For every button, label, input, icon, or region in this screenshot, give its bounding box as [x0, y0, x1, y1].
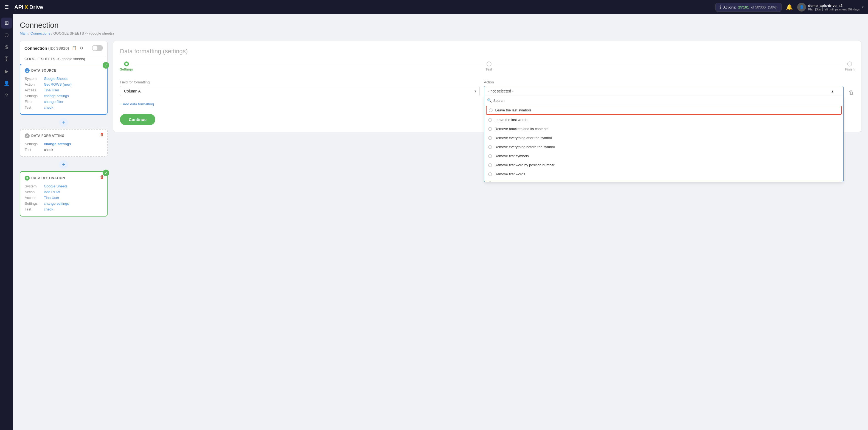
action-group: Action - not selected - ▴ 🔍	[484, 80, 844, 96]
toggle-switch[interactable]	[92, 45, 103, 51]
table-row: Access Tina User	[25, 195, 103, 201]
action-dropdown-container: - not selected - ▴ 🔍 Leave	[484, 86, 844, 96]
radio-icon	[488, 145, 492, 149]
radio-icon	[488, 163, 492, 167]
content-layout: Connection (ID: 38910) 📋 ⚙ GOOGLE SHEETS…	[20, 41, 861, 220]
table-row: Settings change settings	[25, 201, 103, 206]
sidebar-item-billing[interactable]: $	[1, 42, 12, 53]
logo: APIXDrive	[14, 4, 43, 10]
dropdown-item-remove-last-symbols[interactable]: Remove last symbols	[484, 179, 844, 182]
radio-icon	[488, 118, 492, 122]
delete-row-button[interactable]: 🗑	[848, 89, 855, 96]
dropdown-item-leave-last-symbols[interactable]: Leave the last symbols	[486, 106, 842, 115]
search-input[interactable]	[493, 98, 841, 103]
table-row: Filter change filter	[25, 99, 103, 104]
sidebar-item-profile[interactable]: 👤	[1, 78, 12, 89]
check-icon: ✓	[103, 62, 109, 69]
step-line-2	[494, 64, 842, 64]
radio-icon	[488, 172, 492, 176]
table-row: System Google Sheets	[25, 183, 103, 189]
table-row: Access Tina User	[25, 87, 103, 93]
chevron-down-icon[interactable]: ▾	[862, 5, 864, 9]
panel-title: Data formatting (settings)	[120, 48, 855, 55]
step-test: Test	[486, 61, 492, 71]
step-line-1	[135, 64, 483, 64]
add-between-2-3-button[interactable]: +	[59, 160, 68, 169]
right-panel: Data formatting (settings) Settings Test…	[113, 41, 861, 132]
dropdown-item-remove-first-word-by-position[interactable]: Remove first word by position number	[484, 160, 844, 170]
dropdown-search: 🔍	[484, 96, 844, 105]
connection-title: Connection (ID: 38910)	[24, 46, 69, 51]
field-label: Field for formatting	[120, 80, 480, 84]
user-name: demo_apix-drive_s2	[808, 4, 860, 8]
action-dropdown-panel: 🔍 Leave the last symbols Le	[484, 96, 844, 182]
radio-icon	[488, 154, 492, 158]
sidebar-item-connections[interactable]: ⬡	[1, 30, 12, 41]
connection-header: Connection (ID: 38910) 📋 ⚙	[20, 41, 107, 55]
step-settings: Settings	[120, 61, 133, 71]
table-row: Test check	[25, 147, 103, 153]
step-settings-label: Settings	[120, 67, 133, 71]
table-row: Action Get ROWS (new)	[25, 82, 103, 87]
table-row: System Google Sheets	[25, 76, 103, 82]
table-row: Settings change settings	[25, 141, 103, 147]
table-row: Action Add ROW	[25, 189, 103, 195]
field-for-formatting-group: Field for formatting Column A	[120, 80, 480, 96]
hamburger-icon[interactable]: ☰	[4, 4, 9, 10]
formatting-settings-link[interactable]: change settings	[44, 142, 71, 146]
step-finish-label: Finish	[845, 67, 855, 71]
notifications-button[interactable]: 🔔	[786, 4, 793, 10]
dropdown-item-remove-brackets[interactable]: Remove brackets and its contents	[484, 124, 844, 133]
add-formatting-link[interactable]: + Add data formatting	[120, 102, 154, 106]
settings-button[interactable]: ⚙	[79, 45, 84, 51]
left-panel: Connection (ID: 38910) 📋 ⚙ GOOGLE SHEETS…	[20, 41, 107, 220]
step-test-circle	[487, 61, 492, 66]
sidebar: ⊞ ⬡ $ 🗄 ▶ 👤 ?	[0, 14, 13, 430]
dropdown-item-remove-before-symbol[interactable]: Remove everything before the symbol	[484, 143, 844, 151]
dropdown-item-remove-after-symbol[interactable]: Remove everything after the symbol	[484, 133, 844, 143]
action-select[interactable]: - not selected - ▴	[484, 86, 844, 96]
main-content: Connection Main / Connections / GOOGLE S…	[13, 14, 868, 430]
actions-badge: ℹ Actions: 25'161 of 50'000 (50%)	[715, 3, 781, 12]
info-icon: ℹ	[719, 5, 721, 10]
field-select[interactable]: Column A	[120, 86, 480, 96]
breadcrumb-connections[interactable]: Connections	[30, 31, 50, 35]
table-row: Settings change settings	[25, 93, 103, 99]
delete-formatting-button[interactable]: 🗑	[100, 132, 104, 137]
delete-destination-button[interactable]: 🗑	[100, 175, 104, 180]
table-row: Test check	[25, 206, 103, 212]
sidebar-item-video[interactable]: ▶	[1, 66, 12, 77]
form-row: Field for formatting Column A Action - n…	[120, 80, 855, 96]
user-icon: 👤	[799, 5, 804, 9]
sidebar-item-help[interactable]: ?	[1, 90, 12, 101]
add-between-1-2-button[interactable]: +	[59, 118, 68, 127]
user-section: 👤 demo_apix-drive_s2 Plan |Start| left u…	[797, 3, 864, 11]
step-finish-circle	[847, 61, 852, 66]
dropdown-item-remove-first-words[interactable]: Remove first words	[484, 170, 844, 179]
data-source-card: ✓ 1 DATA SOURCE System Google Sheets Act…	[20, 64, 107, 115]
radio-icon	[488, 127, 492, 131]
dropdown-list: Leave the last symbols Leave the last wo…	[484, 105, 844, 182]
topnav: ☰ APIXDrive ℹ Actions: 25'161 of 50'000 …	[0, 0, 868, 14]
radio-icon	[488, 136, 492, 140]
dropdown-item-leave-last-words[interactable]: Leave the last words	[484, 115, 844, 124]
step-test-label: Test	[486, 67, 492, 71]
data-destination-card: ✓ 🗑 3 DATA DESTINATION System Google She…	[20, 171, 107, 216]
search-icon: 🔍	[487, 98, 492, 103]
breadcrumb-main[interactable]: Main	[20, 31, 27, 35]
sidebar-item-home[interactable]: ⊞	[1, 18, 12, 29]
chevron-up-icon: ▴	[832, 89, 833, 93]
connection-subtitle: GOOGLE SHEETS -> (google sheets)	[20, 55, 107, 64]
field-select-wrapper: Column A	[120, 86, 480, 96]
stepper: Settings Test Finish	[120, 61, 855, 71]
action-label: Action	[484, 80, 844, 84]
radio-icon	[489, 109, 493, 112]
continue-button[interactable]: Continue	[120, 114, 155, 125]
data-formatting-card: 🗑 2 DATA FORMATTING Settings change sett…	[20, 129, 107, 157]
sidebar-item-data[interactable]: 🗄	[1, 54, 12, 65]
copy-button[interactable]: 📋	[71, 45, 77, 51]
dropdown-item-remove-first-symbols[interactable]: Remove first symbols	[484, 151, 844, 160]
step-settings-circle	[124, 61, 129, 66]
page-title: Connection	[20, 21, 861, 30]
table-row: Test check	[25, 104, 103, 110]
